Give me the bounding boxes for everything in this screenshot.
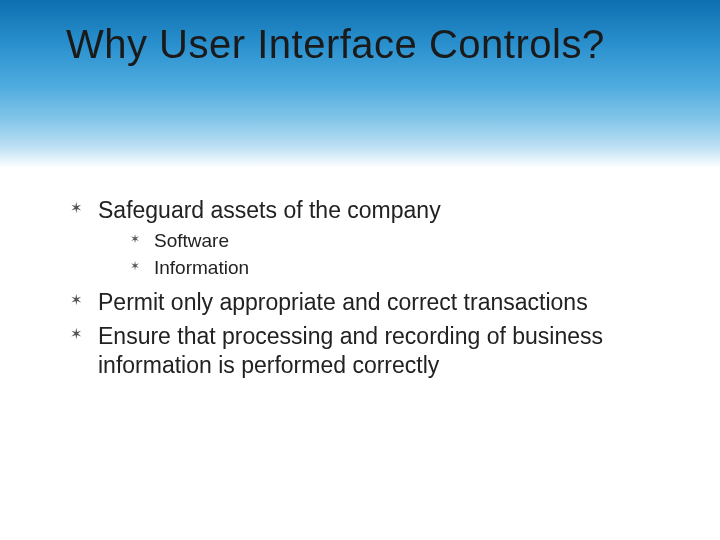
sub-bullet-text: Software [154, 230, 229, 251]
bullet-text: Safeguard assets of the company [98, 197, 441, 223]
sub-bullet-item: Information [126, 256, 666, 280]
bullet-item: Permit only appropriate and correct tran… [66, 288, 666, 317]
bullet-item: Safeguard assets of the company Software… [66, 196, 666, 280]
bullet-text: Permit only appropriate and correct tran… [98, 289, 588, 315]
sub-bullet-list: Software Information [126, 229, 666, 280]
bullet-list: Safeguard assets of the company Software… [66, 196, 666, 380]
sub-bullet-text: Information [154, 257, 249, 278]
bullet-text: Ensure that processing and recording of … [98, 323, 603, 378]
bullet-item: Ensure that processing and recording of … [66, 322, 666, 381]
content-area: Safeguard assets of the company Software… [66, 196, 666, 384]
sub-bullet-item: Software [126, 229, 666, 253]
slide-title: Why User Interface Controls? [66, 22, 666, 67]
slide: Why User Interface Controls? Safeguard a… [0, 0, 720, 540]
